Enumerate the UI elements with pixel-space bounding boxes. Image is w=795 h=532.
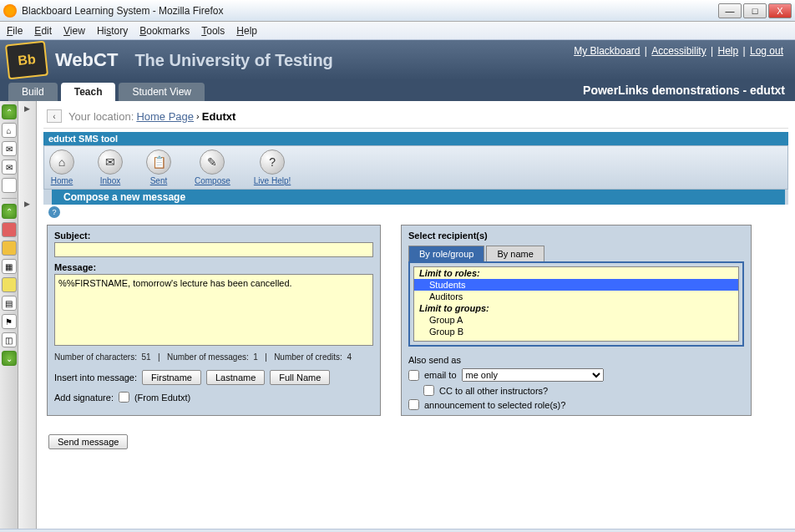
tab-by-role[interactable]: By role/group: [408, 246, 484, 261]
cc-checkbox[interactable]: [423, 385, 434, 396]
tool-compose-button[interactable]: ✎Compose: [195, 149, 230, 185]
breadcrumb-home-link[interactable]: Home Page: [136, 110, 194, 123]
insert-label: Insert into message:: [54, 372, 137, 383]
tab-teach[interactable]: Teach: [61, 83, 116, 101]
logo-badge: Bb: [5, 41, 48, 80]
group-option-a[interactable]: Group A: [414, 314, 738, 326]
menu-bookmarks[interactable]: Bookmarks: [139, 25, 190, 37]
tab-build[interactable]: Build: [8, 83, 58, 101]
recipients-title: Select recipient(s): [408, 231, 744, 241]
link-my-blackboard[interactable]: My Blackboard: [574, 45, 640, 57]
header-links: My Blackboard | Accessibility | Help | L…: [572, 45, 785, 57]
window-title: Blackboard Learning System - Mozilla Fir…: [22, 5, 718, 17]
menu-view[interactable]: View: [63, 25, 85, 37]
email-checkbox[interactable]: [408, 370, 419, 381]
role-option-students[interactable]: Students: [414, 279, 738, 291]
rail2-collapse-icon[interactable]: ▶: [24, 104, 30, 113]
course-tabs: Build Teach Student View PowerLinks demo…: [0, 80, 795, 101]
group-option-b[interactable]: Group B: [414, 326, 738, 337]
breadcrumb-back-button[interactable]: ‹: [47, 109, 62, 123]
link-accessibility[interactable]: Accessibility: [651, 45, 706, 57]
rail2-collapse2-icon[interactable]: ▶: [24, 200, 30, 208]
limit-roles-header: Limit to roles:: [414, 267, 738, 279]
signature-checkbox[interactable]: [119, 392, 129, 403]
rail-tool1-icon[interactable]: ⚑: [2, 314, 17, 329]
rail-notes-icon[interactable]: [2, 277, 17, 292]
content-area: ‹ Your location: Home Page › Edutxt edut…: [37, 101, 795, 529]
rail-up2-icon[interactable]: ⌃: [2, 204, 17, 219]
minimize-button[interactable]: —: [718, 3, 742, 18]
course-title: PowerLinks demonstrations - edutxt: [583, 84, 785, 97]
tool-sent-button[interactable]: 📋Sent: [146, 149, 171, 185]
signature-from: (From Edutxt): [134, 393, 190, 403]
help-icon: ?: [260, 149, 285, 175]
tool-help-button[interactable]: ?Live Help!: [254, 149, 291, 185]
send-message-button[interactable]: Send message: [48, 434, 128, 449]
tab-student-view[interactable]: Student View: [119, 83, 205, 101]
menu-file[interactable]: File: [7, 25, 23, 37]
left-rail: ⌃ ⌂ ✉ ✉ ⌃ ▦ ▤ ⚑ ◫ ⌄: [0, 101, 18, 529]
role-option-auditors[interactable]: Auditors: [414, 291, 738, 302]
maximize-button[interactable]: □: [743, 3, 767, 18]
home-icon: ⌂: [49, 149, 74, 175]
rail-down-icon[interactable]: ⌄: [2, 351, 17, 366]
firefox-icon: [3, 4, 17, 18]
section-header: Compose a new message: [43, 190, 788, 205]
tool-inbox-button[interactable]: ✉Inbox: [98, 149, 123, 185]
menu-history[interactable]: History: [97, 25, 128, 37]
rail-announce-icon[interactable]: ✉: [2, 141, 17, 156]
message-textarea[interactable]: [54, 274, 373, 346]
rail-red-icon[interactable]: [2, 222, 17, 237]
rail-grades-icon[interactable]: ▦: [2, 259, 17, 274]
signature-label: Add signature:: [54, 393, 114, 403]
breadcrumb-label: Your location:: [68, 110, 134, 123]
breadcrumb: ‹ Your location: Home Page › Edutxt: [43, 104, 788, 129]
browser-menubar: File Edit View History Bookmarks Tools H…: [0, 22, 795, 40]
recipients-list[interactable]: Limit to roles: Students Auditors Limit …: [413, 266, 739, 342]
close-button[interactable]: X: [768, 3, 792, 18]
rail-separator: [2, 198, 17, 199]
announcement-checkbox[interactable]: [408, 399, 419, 410]
rail-blank-icon[interactable]: [2, 178, 17, 193]
link-help[interactable]: Help: [717, 45, 738, 57]
logo: Bb WebCT: [7, 43, 118, 78]
rail-mail-icon[interactable]: ✉: [2, 160, 17, 175]
university-name: The University of Testing: [134, 51, 332, 70]
subject-input[interactable]: [54, 242, 373, 257]
rail-chart-icon[interactable]: ◫: [2, 332, 17, 347]
also-send-title: Also send as: [408, 355, 744, 365]
tool-home-button[interactable]: ⌂Home: [49, 149, 74, 185]
insert-fullname-button[interactable]: Full Name: [270, 370, 330, 385]
tab-by-name[interactable]: By name: [486, 246, 544, 261]
breadcrumb-current: Edutxt: [202, 110, 235, 123]
rail-yellow-icon[interactable]: [2, 241, 17, 256]
browser-titlebar: Blackboard Learning System - Mozilla Fir…: [0, 0, 795, 22]
context-help-icon[interactable]: ?: [48, 206, 60, 218]
menu-tools[interactable]: Tools: [201, 25, 225, 37]
recipients-panel: Select recipient(s) By role/group By nam…: [401, 225, 752, 416]
rail-home-icon[interactable]: ⌂: [2, 123, 17, 138]
menu-edit[interactable]: Edit: [34, 25, 52, 37]
message-counts: Number of characters: 51 | Number of mes…: [54, 352, 373, 362]
tool-title: edutxt SMS tool: [43, 132, 788, 145]
subject-label: Subject:: [54, 231, 90, 241]
logo-text: WebCT: [55, 49, 118, 71]
insert-lastname-button[interactable]: Lastname: [206, 370, 265, 385]
statusbar: [0, 529, 795, 532]
compose-icon: ✎: [200, 149, 225, 175]
tool-toolbar: ⌂Home ✉Inbox 📋Sent ✎Compose ?Live Help!: [43, 145, 788, 190]
announcement-label: announcement to selected role(s)?: [424, 400, 565, 410]
app-header: Bb WebCT The University of Testing My Bl…: [0, 40, 795, 80]
link-logout[interactable]: Log out: [750, 45, 783, 57]
sent-icon: 📋: [146, 149, 171, 175]
insert-firstname-button[interactable]: Firstname: [142, 370, 201, 385]
email-select[interactable]: me only: [462, 368, 604, 382]
limit-groups-header: Limit to groups:: [414, 302, 738, 314]
inbox-icon: ✉: [98, 149, 123, 175]
rail-assess-icon[interactable]: ▤: [2, 296, 17, 311]
menu-help[interactable]: Help: [236, 25, 257, 37]
rail-up-icon[interactable]: ⌃: [2, 104, 17, 119]
email-label: email to: [424, 370, 457, 380]
cc-label: CC to all other instructors?: [439, 386, 548, 396]
left-rail-2: ▶ ▶: [18, 101, 37, 529]
